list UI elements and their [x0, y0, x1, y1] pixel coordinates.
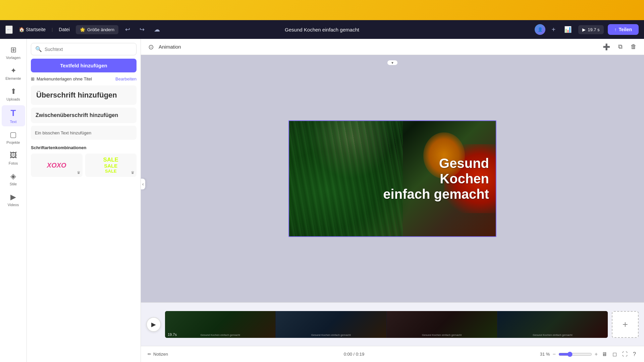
back-button[interactable]: ←: [5, 25, 13, 34]
sidebar-item-uploads[interactable]: ⬆ Uploads: [2, 84, 25, 104]
add-text-button[interactable]: Textfeld hinzufügen: [31, 59, 137, 72]
sidebar-item-text[interactable]: T Text: [2, 105, 25, 126]
subheading-box[interactable]: Zwischenüberschrift hinzufügen: [31, 108, 137, 123]
hide-panel-button[interactable]: ‹: [141, 179, 145, 189]
strip-text-2: Gesund Kochen einfach gemacht: [311, 334, 351, 337]
desktop-view-button[interactable]: 🖥: [600, 350, 608, 359]
header-right: 👤 + 📊 ▶ 19.7 s ↑ Teilen: [535, 24, 639, 35]
sidebar-item-vorlagen[interactable]: ⊞ Vorlagen: [2, 43, 25, 62]
sidebar-item-projekte[interactable]: ▢ Projekte: [2, 128, 25, 147]
fullscreen-button[interactable]: ⛶: [621, 350, 629, 359]
share-button[interactable]: ↑ Teilen: [608, 24, 639, 35]
sale-stack: SALE SALE SALE: [103, 157, 118, 173]
sidebar-label-projekte: Projekte: [6, 140, 20, 144]
save-cloud-button[interactable]: ☁: [151, 24, 163, 35]
sidebar-label-stile: Stile: [10, 182, 17, 186]
header: ← 🏠 Startseite | Datei 🌟 Größe ändern ↩ …: [0, 20, 644, 39]
add-page-button[interactable]: ➕: [601, 42, 612, 52]
brand-icon: ⊞: [31, 76, 35, 81]
search-container: 🔍: [31, 43, 137, 55]
redo-button[interactable]: ↪: [137, 24, 147, 35]
edit-link[interactable]: Bearbeiten: [115, 76, 137, 81]
bottom-toolbar: ✏ Notizen 0:00 / 0:19 31 % − + 🖥 ◻ ⛶ ?: [141, 346, 644, 362]
project-title: Gesund Kochen einfach gemacht: [285, 27, 359, 33]
notes-button[interactable]: ✏ Notizen: [148, 352, 168, 357]
plus-icon: +: [623, 319, 628, 330]
collapse-indicator[interactable]: ▼: [387, 60, 397, 65]
font-combo-xoxo[interactable]: XOXO ♛: [31, 154, 83, 177]
styles-icon: ◈: [10, 172, 16, 181]
heading-text: Überschrift hinzufügen: [36, 91, 117, 99]
avatar: 👤: [535, 24, 545, 35]
zoom-level-label: 31 %: [540, 352, 550, 357]
size-change-button[interactable]: 🌟 Größe ändern: [76, 25, 118, 34]
size-label: Größe ändern: [87, 27, 114, 32]
home-button[interactable]: 🏠 Startseite: [17, 25, 48, 34]
bottom-right: 31 % − + 🖥 ◻ ⛶ ?: [540, 350, 637, 359]
delete-page-button[interactable]: 🗑: [629, 42, 639, 52]
duration-label: 19.7 s: [588, 27, 599, 32]
canvas-text-line1: Gesund: [383, 156, 489, 171]
sidebar-item-videos[interactable]: ▶ Videos: [2, 190, 25, 209]
notes-label: Notizen: [153, 352, 168, 357]
templates-icon: ⊞: [10, 46, 16, 54]
bottom-center: 0:00 / 0:19: [344, 352, 364, 357]
play-button[interactable]: ▶: [146, 317, 161, 332]
header-center: Gesund Kochen einfach gemacht: [285, 27, 359, 33]
video-strip[interactable]: Gesund Kochen einfach gemacht Gesund Koc…: [165, 311, 608, 338]
file-label: Datei: [59, 27, 70, 32]
elements-icon: ✦: [10, 66, 16, 75]
photos-icon: 🖼: [10, 151, 17, 160]
canvas-text-line2: Kochen: [383, 171, 489, 186]
add-slide-button[interactable]: +: [612, 311, 639, 338]
avatar-image: 👤: [538, 27, 543, 32]
font-combos-title: Schriftartenkombinationen: [31, 145, 137, 150]
brand-text: Markenunterlagen ohne Titel: [37, 76, 92, 81]
animation-label: Animation: [159, 44, 181, 50]
heading-box[interactable]: Überschrift hinzufügen: [31, 85, 137, 105]
file-button[interactable]: Datei: [57, 25, 72, 34]
sidebar-label-text: Text: [10, 120, 16, 124]
zoom-slider[interactable]: [558, 352, 592, 357]
header-left: ← 🏠 Startseite | Datei 🌟 Größe ändern ↩ …: [5, 24, 163, 35]
add-text-label: Textfeld hinzufügen: [60, 63, 107, 68]
animation-circle-icon[interactable]: ⊙: [146, 42, 156, 52]
body-text: Ein bisschen Text hinzufügen: [35, 130, 91, 135]
play-duration-button[interactable]: ▶ 19.7 s: [578, 25, 603, 34]
canvas-workspace: ‹ ▼ Gesund Kochen einfa: [141, 55, 644, 302]
share-label: Teilen: [619, 27, 632, 32]
strip-segment-2: Gesund Kochen einfach gemacht: [276, 311, 386, 338]
separator: |: [52, 27, 53, 32]
sidebar: ⊞ Vorlagen ✦ Elemente ⬆ Uploads T Text ▢…: [0, 39, 27, 362]
strip-segment-4: Gesund Kochen einfach gemacht: [497, 311, 608, 338]
sidebar-label-videos: Videos: [8, 203, 19, 207]
crown-icon-2: ♛: [131, 170, 135, 175]
animation-bar: ⊙ Animation ➕ ⧉ 🗑: [141, 39, 644, 55]
video-strip-inner: Gesund Kochen einfach gemacht Gesund Koc…: [165, 311, 608, 338]
sidebar-item-stile[interactable]: ◈ Stile: [2, 169, 25, 189]
strip-segment-3: Gesund Kochen einfach gemacht: [387, 311, 497, 338]
sidebar-item-fotos[interactable]: 🖼 Fotos: [2, 148, 25, 168]
add-user-button[interactable]: +: [549, 25, 557, 34]
sidebar-label-fotos: Fotos: [9, 161, 18, 165]
body-text-box[interactable]: Ein bisschen Text hinzufügen: [31, 126, 137, 140]
font-combo-sale[interactable]: SALE SALE SALE ♛: [85, 154, 137, 177]
page-view-button[interactable]: ◻: [611, 350, 618, 359]
strip-text-3: Gesund Kochen einfach gemacht: [422, 334, 462, 337]
copy-page-button[interactable]: ⧉: [616, 42, 625, 52]
brand-row: ⊞ Markenunterlagen ohne Titel Bearbeiten: [31, 76, 137, 81]
share-icon: ↑: [614, 27, 617, 32]
search-input[interactable]: [45, 47, 132, 52]
main-content: ⊞ Vorlagen ✦ Elemente ⬆ Uploads T Text ▢…: [0, 39, 644, 362]
undo-button[interactable]: ↩: [122, 24, 133, 35]
play-icon: ▶: [582, 27, 586, 32]
sidebar-item-elemente[interactable]: ✦ Elemente: [2, 64, 25, 83]
sidebar-label-vorlagen: Vorlagen: [6, 56, 20, 60]
sale-line-3: SALE: [105, 169, 117, 174]
sale-line-2: SALE: [104, 163, 117, 169]
top-decorative-bar: [0, 0, 644, 20]
brand-label: ⊞ Markenunterlagen ohne Titel: [31, 76, 92, 81]
zoom-minus-icon: −: [552, 351, 555, 357]
stats-button[interactable]: 📊: [561, 24, 574, 35]
help-button[interactable]: ?: [632, 350, 637, 359]
